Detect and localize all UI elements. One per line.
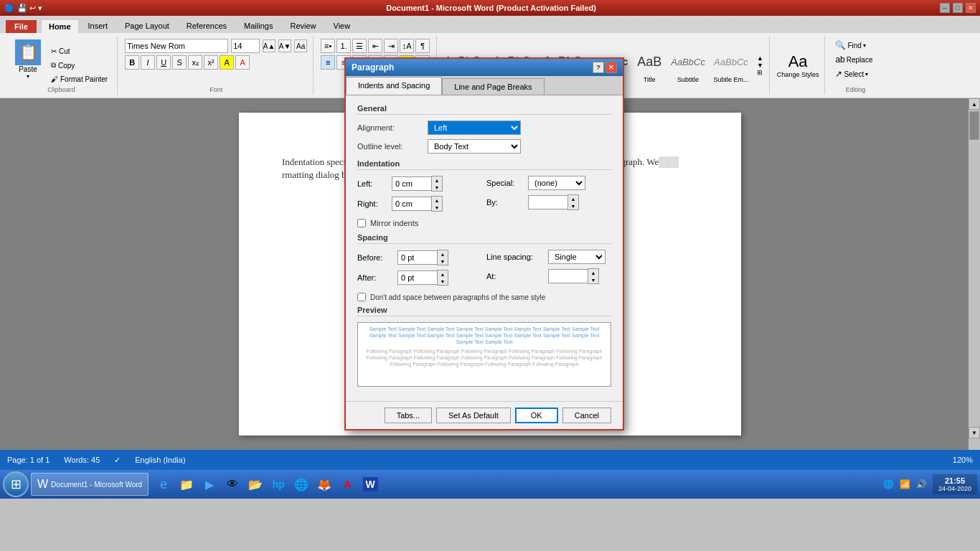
font-family-input[interactable] xyxy=(125,39,228,53)
styles-more-icon[interactable]: ⊞ xyxy=(757,69,763,76)
by-up-button[interactable]: ▲ xyxy=(568,195,578,202)
left-value-input[interactable] xyxy=(392,176,431,191)
strikethrough-button[interactable]: S xyxy=(172,55,187,70)
scroll-up-icon[interactable]: ▲ xyxy=(757,55,763,62)
left-down-button[interactable]: ▼ xyxy=(432,184,442,191)
bold-button[interactable]: B xyxy=(125,55,139,70)
replace-icon: ab xyxy=(835,55,844,65)
left-up-button[interactable]: ▲ xyxy=(432,176,442,184)
superscript-button[interactable]: x² xyxy=(204,55,218,70)
paste-dropdown[interactable]: ▾ xyxy=(27,73,29,80)
dont-add-space-checkbox[interactable] xyxy=(357,293,366,301)
styles-scroll[interactable]: ▲ ▼ ⊞ xyxy=(754,55,766,76)
tab-references[interactable]: References xyxy=(179,19,235,33)
scroll-down-arrow[interactable]: ▼ xyxy=(969,427,980,438)
restore-button[interactable]: □ xyxy=(953,3,963,13)
special-select[interactable]: (none) xyxy=(528,176,585,190)
before-up-button[interactable]: ▲ xyxy=(438,250,448,258)
replace-label: Replace xyxy=(847,56,873,64)
style-subtitle[interactable]: AaBbCc Subtitle xyxy=(668,46,708,85)
mirror-indents-checkbox[interactable] xyxy=(357,219,366,227)
ie-icon[interactable]: e xyxy=(154,474,174,494)
set-as-default-button[interactable]: Set As Default xyxy=(436,408,511,423)
tab-line-page-breaks[interactable]: Line and Page Breaks xyxy=(442,78,544,95)
explorer-icon[interactable]: 📁 xyxy=(176,474,197,494)
bullets-button[interactable]: ≡• xyxy=(321,39,335,53)
subscript-button[interactable]: x₂ xyxy=(188,55,202,70)
dialog-help-button[interactable]: ? xyxy=(593,62,604,73)
select-button[interactable]: ↗ Select ▾ xyxy=(832,67,878,80)
tab-file[interactable]: File xyxy=(6,20,37,33)
font-color-button[interactable]: A xyxy=(235,55,250,70)
cut-button[interactable]: ✂ Cut xyxy=(47,45,111,57)
right-down-button[interactable]: ▼ xyxy=(432,204,442,211)
scroll-down-icon[interactable]: ▼ xyxy=(757,62,763,69)
after-down-button[interactable]: ▼ xyxy=(438,278,448,285)
line-spacing-select[interactable]: Single xyxy=(548,250,606,264)
firefox-icon[interactable]: 🦊 xyxy=(314,474,334,494)
shrink-font-button[interactable]: A▼ xyxy=(278,39,291,52)
adobe-icon[interactable]: A xyxy=(337,474,357,494)
style-subtle-em[interactable]: AaBbCc Subtle Em... xyxy=(710,46,753,85)
minimize-button[interactable]: ─ xyxy=(940,3,950,13)
style-title[interactable]: AaB Title xyxy=(632,46,666,85)
tab-mailings[interactable]: Mailings xyxy=(236,19,281,33)
folder-icon[interactable]: 📂 xyxy=(245,474,265,494)
taskbar-word-item[interactable]: W Document1 - Microsoft Word xyxy=(31,473,149,496)
sort-button[interactable]: ↕A xyxy=(400,39,414,53)
start-button[interactable]: ⊞ xyxy=(3,471,29,497)
copy-button[interactable]: ⧉ Copy xyxy=(47,59,111,72)
before-value-input[interactable] xyxy=(397,250,437,265)
tab-insert[interactable]: Insert xyxy=(80,19,116,33)
alignment-select[interactable]: Left xyxy=(428,121,521,135)
cancel-button[interactable]: Cancel xyxy=(562,408,611,423)
media-player-icon[interactable]: ▶ xyxy=(199,474,220,494)
close-button[interactable]: ✕ xyxy=(966,3,976,13)
show-marks-button[interactable]: ¶ xyxy=(415,39,430,53)
paragraph-dialog[interactable]: Paragraph ? ✕ Indents and Spacing Line a… xyxy=(344,57,624,430)
tab-home[interactable]: Home xyxy=(41,19,79,33)
underline-button[interactable]: U xyxy=(156,55,171,70)
tab-indents-spacing[interactable]: Indents and Spacing xyxy=(346,77,442,95)
after-value-input[interactable] xyxy=(397,270,437,285)
grow-font-button[interactable]: A▲ xyxy=(263,39,275,52)
replace-button[interactable]: ab Replace xyxy=(832,53,878,66)
italic-button[interactable]: I xyxy=(141,55,155,70)
paste-button[interactable]: 📋 Paste ▾ xyxy=(11,37,44,93)
outline-select[interactable]: Body Text xyxy=(428,139,521,154)
right-up-button[interactable]: ▲ xyxy=(432,197,442,204)
after-up-button[interactable]: ▲ xyxy=(438,270,448,278)
font-size-input[interactable] xyxy=(231,39,260,53)
hp-icon[interactable]: hp xyxy=(268,474,288,494)
decrease-indent-button[interactable]: ⇤ xyxy=(368,39,382,53)
word-taskbar-icon[interactable]: W xyxy=(360,474,380,494)
clear-format-button[interactable]: Aa xyxy=(294,39,307,52)
dialog-close-button[interactable]: ✕ xyxy=(606,62,617,73)
increase-indent-button[interactable]: ⇥ xyxy=(384,39,398,53)
numbering-button[interactable]: 1. xyxy=(336,39,351,53)
by-value-input[interactable] xyxy=(528,195,567,209)
highlight-button[interactable]: A xyxy=(220,55,234,70)
tab-review[interactable]: Review xyxy=(282,19,324,33)
scroll-up-arrow[interactable]: ▲ xyxy=(969,98,980,110)
at-down-button[interactable]: ▼ xyxy=(588,276,598,283)
before-down-button[interactable]: ▼ xyxy=(438,258,448,265)
multilevel-button[interactable]: ☰ xyxy=(352,39,367,53)
scroll-thumb[interactable] xyxy=(969,111,979,140)
clock-display[interactable]: 21:55 24-04-2020 xyxy=(933,474,977,494)
find-button[interactable]: 🔍 Find ▾ xyxy=(832,39,878,52)
at-value-input[interactable] xyxy=(548,269,588,283)
by-down-button[interactable]: ▼ xyxy=(568,202,578,209)
format-painter-button[interactable]: 🖌 Format Painter xyxy=(47,73,111,85)
tabs-button[interactable]: Tabs... xyxy=(385,408,432,423)
tab-page-layout[interactable]: Page Layout xyxy=(117,19,177,33)
vertical-scrollbar[interactable]: ▲ ▼ xyxy=(969,98,980,450)
ok-button[interactable]: OK xyxy=(515,408,558,423)
tab-view[interactable]: View xyxy=(326,19,359,33)
right-value-input[interactable] xyxy=(392,197,431,211)
at-up-button[interactable]: ▲ xyxy=(588,269,598,276)
chrome-icon[interactable]: 🌐 xyxy=(291,474,311,494)
change-styles-button[interactable]: Aa Change Styles xyxy=(771,36,826,95)
align-left-button[interactable]: ≡ xyxy=(321,55,335,70)
security-icon[interactable]: 👁 xyxy=(222,474,242,494)
